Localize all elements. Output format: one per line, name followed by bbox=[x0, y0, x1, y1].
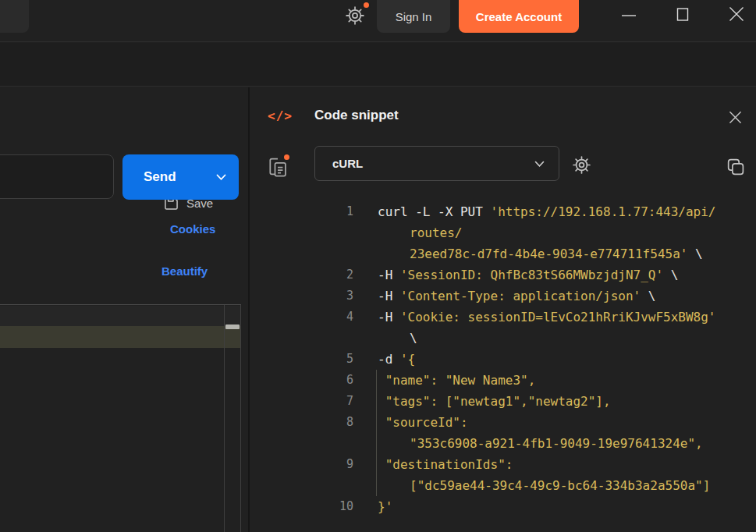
editor-scrollbar-track bbox=[224, 305, 225, 532]
code-text: 23eed78c-d7fd-4b4e-9034-e774711f545a' \ bbox=[353, 243, 703, 264]
code-row: \ bbox=[250, 328, 756, 349]
line-number: 8 bbox=[250, 412, 353, 433]
window-minimize-button[interactable] bbox=[616, 3, 642, 25]
line-number: 5 bbox=[250, 349, 353, 370]
code-text: curl -L -X PUT 'https://192.168.1.77:443… bbox=[353, 201, 715, 222]
code-text: -H 'SessionID: QhfBc83tS66MWbzjdjN7_Q' \ bbox=[353, 264, 678, 286]
copy-code-button[interactable] bbox=[724, 155, 746, 177]
code-text: \ bbox=[353, 328, 417, 349]
line-number bbox=[250, 433, 353, 454]
request-panel: Save Send Cookies Beautify bbox=[0, 87, 248, 532]
close-icon bbox=[728, 5, 745, 23]
line-number: 3 bbox=[250, 286, 353, 307]
close-icon bbox=[728, 110, 743, 125]
chevron-down-icon bbox=[534, 161, 545, 168]
line-number: 9 bbox=[250, 454, 353, 475]
code-text: "sourceId": bbox=[353, 412, 468, 433]
line-number: 7 bbox=[250, 391, 353, 412]
notification-dot bbox=[362, 1, 371, 9]
editor-border bbox=[240, 305, 241, 532]
code-row: 10}' bbox=[250, 496, 756, 517]
line-number: 1 bbox=[250, 201, 353, 222]
code-snippet-panel: </> Code snippet cURL bbox=[250, 87, 756, 532]
language-selected-value: cURL bbox=[332, 147, 363, 180]
code-text: -H 'Content-Type: application/json' \ bbox=[353, 286, 655, 307]
notification-dot bbox=[282, 153, 291, 161]
code-row: 9 "destinationIds": bbox=[250, 454, 756, 475]
code-row: "353c6908-a921-4fb1-9049-19e97641324e", bbox=[250, 433, 756, 454]
generated-snippet-button[interactable] bbox=[267, 154, 290, 181]
line-number: 2 bbox=[250, 264, 353, 286]
window-close-button[interactable] bbox=[722, 3, 751, 25]
code-row: 3-H 'Content-Type: application/json' \ bbox=[250, 286, 756, 307]
workspace-tab[interactable] bbox=[0, 0, 29, 33]
send-label: Send bbox=[144, 154, 176, 200]
editor-row bbox=[0, 306, 241, 326]
cookies-link[interactable]: Cookies bbox=[170, 222, 215, 236]
code-text: ["dc59ae44-39c4-49c9-bc64-334b3a2a550a"] bbox=[353, 475, 710, 496]
panel-title: Code snippet bbox=[314, 108, 399, 123]
editor-scrollbar-thumb[interactable] bbox=[225, 325, 240, 329]
code-row: routes/ bbox=[250, 222, 756, 243]
code-row: 5-d '{ bbox=[250, 349, 756, 370]
request-body-editor[interactable] bbox=[0, 304, 241, 532]
code-text: -H 'Cookie: sessionID=lEvCo21hRriKJvwF5x… bbox=[353, 307, 715, 328]
code-text: "name": "New Name3", bbox=[353, 370, 535, 391]
editor-highlighted-row bbox=[0, 326, 241, 348]
code-row: 6 "name": "New Name3", bbox=[250, 370, 756, 391]
send-button[interactable]: Send bbox=[122, 154, 239, 200]
line-number bbox=[250, 243, 353, 264]
line-number bbox=[250, 222, 353, 243]
code-text: routes/ bbox=[353, 222, 462, 243]
code-row: 23eed78c-d7fd-4b4e-9034-e774711f545a' \ bbox=[250, 243, 756, 264]
line-number: 6 bbox=[250, 370, 353, 391]
create-account-button[interactable]: Create Account bbox=[459, 0, 579, 33]
request-header-strip bbox=[0, 43, 756, 87]
language-dropdown[interactable]: cURL bbox=[314, 146, 559, 181]
code-row: 4-H 'Cookie: sessionID=lEvCo21hRriKJvwF5… bbox=[250, 307, 756, 328]
code-lines[interactable]: 1curl -L -X PUT 'https://192.168.1.77:44… bbox=[250, 201, 756, 517]
sign-in-button[interactable]: Sign In bbox=[377, 0, 450, 33]
code-text: "tags": ["newtag1","newtag2"], bbox=[353, 391, 611, 412]
code-text: }' bbox=[353, 496, 392, 517]
line-number bbox=[250, 328, 353, 349]
line-number: 10 bbox=[250, 496, 353, 517]
url-input[interactable] bbox=[0, 154, 114, 199]
code-row: ["dc59ae44-39c4-49c9-bc64-334b3a2a550a"] bbox=[250, 475, 756, 496]
snippet-settings-button[interactable] bbox=[570, 154, 592, 176]
app-window: Sign In Create Account bbox=[0, 0, 756, 532]
code-row: 2-H 'SessionID: QhfBc83tS66MWbzjdjN7_Q' … bbox=[250, 264, 756, 286]
line-number: 4 bbox=[250, 307, 353, 328]
window-maximize-button[interactable] bbox=[669, 3, 696, 25]
code-text: -d '{ bbox=[353, 349, 415, 370]
line-number bbox=[250, 475, 353, 496]
gear-icon bbox=[572, 155, 591, 175]
panel-close-button[interactable] bbox=[724, 106, 746, 128]
chevron-down-icon bbox=[216, 174, 226, 181]
code-text: "353c6908-a921-4fb1-9049-19e97641324e", bbox=[353, 433, 703, 454]
code-row: 1curl -L -X PUT 'https://192.168.1.77:44… bbox=[250, 201, 756, 222]
gear-icon bbox=[345, 5, 365, 26]
code-text: "destinationIds": bbox=[353, 454, 513, 475]
top-bar: Sign In Create Account bbox=[0, 0, 756, 42]
beautify-link[interactable]: Beautify bbox=[161, 264, 208, 278]
code-row: 7 "tags": ["newtag1","newtag2"], bbox=[250, 391, 756, 412]
code-brackets-icon: </> bbox=[268, 108, 293, 123]
maximize-icon bbox=[675, 6, 690, 22]
settings-gear-button[interactable] bbox=[343, 3, 367, 28]
copy-icon bbox=[726, 157, 745, 176]
minimize-icon bbox=[621, 6, 637, 22]
code-row: 8 "sourceId": bbox=[250, 412, 756, 433]
